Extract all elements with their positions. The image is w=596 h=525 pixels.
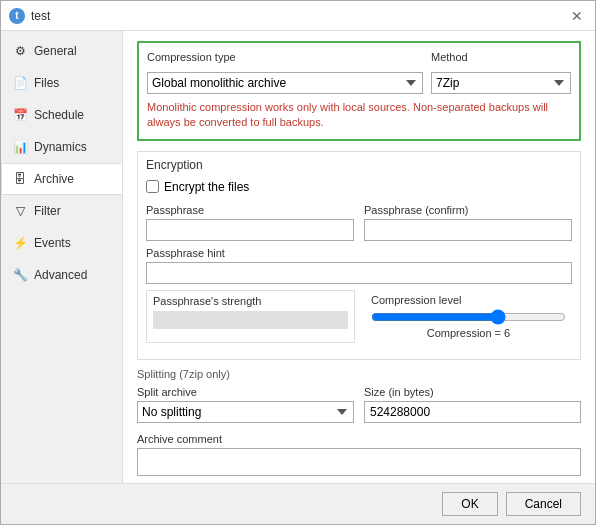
- sidebar-item-dynamics[interactable]: 📊 Dynamics: [1, 131, 122, 163]
- method-select-group: 7Zip: [431, 72, 571, 94]
- method-label: Method: [431, 51, 571, 63]
- passphrase-hint-label: Passphrase hint: [146, 247, 572, 259]
- ok-button[interactable]: OK: [442, 492, 497, 516]
- passphrase-confirm-input[interactable]: [364, 219, 572, 241]
- passphrase-hint-group: Passphrase hint: [146, 247, 572, 284]
- splitting-section: Splitting (7zip only) Split archive No s…: [137, 368, 581, 423]
- size-bytes-label: Size (in bytes): [364, 386, 581, 398]
- footer: OK Cancel: [1, 483, 595, 524]
- archive-icon: 🗄: [12, 171, 28, 187]
- passphrase-hint-input[interactable]: [146, 262, 572, 284]
- window-title: test: [31, 9, 50, 23]
- compression-type-label: Compression type: [147, 51, 423, 63]
- sidebar-label-files: Files: [34, 76, 59, 90]
- sidebar-item-events[interactable]: ⚡ Events: [1, 227, 122, 259]
- content-area: Compression type Method Global monolithi…: [123, 31, 595, 483]
- sidebar-label-dynamics: Dynamics: [34, 140, 87, 154]
- encryption-section: Encryption Encrypt the files Passphrase …: [137, 151, 581, 360]
- passphrase-label: Passphrase: [146, 204, 354, 216]
- passphrase-input[interactable]: [146, 219, 354, 241]
- general-icon: ⚙: [12, 43, 28, 59]
- schedule-icon: 📅: [12, 107, 28, 123]
- sidebar-label-general: General: [34, 44, 77, 58]
- main-content: ⚙ General 📄 Files 📅 Schedule 📊 Dynamics …: [1, 31, 595, 483]
- strength-compression-row: Passphrase's strength Compression level …: [146, 290, 572, 343]
- slider-container: Compression = 6: [371, 309, 566, 339]
- splitting-label: Splitting (7zip only): [137, 368, 581, 380]
- dynamics-icon: 📊: [12, 139, 28, 155]
- archive-comment-label: Archive comment: [137, 433, 581, 445]
- sidebar-item-schedule[interactable]: 📅 Schedule: [1, 99, 122, 131]
- sidebar-label-schedule: Schedule: [34, 108, 84, 122]
- compression-type-select-group: Global monolithic archive: [147, 72, 423, 94]
- split-archive-select[interactable]: No splitting: [137, 401, 354, 423]
- sidebar-item-files[interactable]: 📄 Files: [1, 67, 122, 99]
- sidebar: ⚙ General 📄 Files 📅 Schedule 📊 Dynamics …: [1, 31, 123, 483]
- advanced-icon: 🔧: [12, 267, 28, 283]
- compression-type-box: Compression type Method Global monolithi…: [137, 41, 581, 141]
- passphrase-strength-label: Passphrase's strength: [153, 295, 348, 307]
- split-archive-label: Split archive: [137, 386, 354, 398]
- sidebar-label-advanced: Advanced: [34, 268, 87, 282]
- compression-select-row: Global monolithic archive 7Zip: [147, 72, 571, 94]
- passphrase-confirm-group: Passphrase (confirm): [364, 204, 572, 241]
- compression-level-box: Compression level Compression = 6: [365, 290, 572, 343]
- files-icon: 📄: [12, 75, 28, 91]
- strength-bar: [153, 311, 348, 329]
- sidebar-item-archive[interactable]: 🗄 Archive: [1, 163, 122, 195]
- size-bytes-group: Size (in bytes) 524288000: [364, 386, 581, 423]
- filter-icon: ▽: [12, 203, 28, 219]
- main-window: t test ✕ ⚙ General 📄 Files 📅 Schedule 📊 …: [0, 0, 596, 525]
- compression-type-select[interactable]: Global monolithic archive: [147, 72, 423, 94]
- encrypt-files-label: Encrypt the files: [164, 180, 249, 194]
- method-group: Method: [431, 51, 571, 66]
- sidebar-label-filter: Filter: [34, 204, 61, 218]
- encrypt-files-row: Encrypt the files: [146, 180, 572, 194]
- encrypt-files-checkbox[interactable]: [146, 180, 159, 193]
- events-icon: ⚡: [12, 235, 28, 251]
- compression-level-label: Compression level: [371, 294, 566, 306]
- passphrase-confirm-label: Passphrase (confirm): [364, 204, 572, 216]
- archive-comment-input[interactable]: [137, 448, 581, 476]
- archive-comment-section: Archive comment: [137, 433, 581, 479]
- passphrase-group: Passphrase: [146, 204, 354, 241]
- compression-value-label: Compression = 6: [427, 327, 510, 339]
- cancel-button[interactable]: Cancel: [506, 492, 581, 516]
- passphrase-strength-box: Passphrase's strength: [146, 290, 355, 343]
- passphrase-row: Passphrase Passphrase (confirm): [146, 204, 572, 241]
- title-bar-left: t test: [9, 8, 50, 24]
- encryption-label: Encryption: [146, 158, 572, 172]
- compression-header-row: Compression type Method: [147, 51, 571, 66]
- title-bar: t test ✕: [1, 1, 595, 31]
- sidebar-item-general[interactable]: ⚙ General: [1, 35, 122, 67]
- compression-slider[interactable]: [371, 309, 566, 325]
- warning-text: Monolithic compression works only with l…: [147, 100, 571, 131]
- splitting-row: Split archive No splitting Size (in byte…: [137, 386, 581, 423]
- sidebar-label-events: Events: [34, 236, 71, 250]
- method-select[interactable]: 7Zip: [431, 72, 571, 94]
- window-icon: t: [9, 8, 25, 24]
- sidebar-item-filter[interactable]: ▽ Filter: [1, 195, 122, 227]
- close-button[interactable]: ✕: [567, 6, 587, 26]
- sidebar-label-archive: Archive: [34, 172, 74, 186]
- split-archive-group: Split archive No splitting: [137, 386, 354, 423]
- size-bytes-input[interactable]: 524288000: [364, 401, 581, 423]
- sidebar-item-advanced[interactable]: 🔧 Advanced: [1, 259, 122, 291]
- compression-type-group: Compression type: [147, 51, 423, 66]
